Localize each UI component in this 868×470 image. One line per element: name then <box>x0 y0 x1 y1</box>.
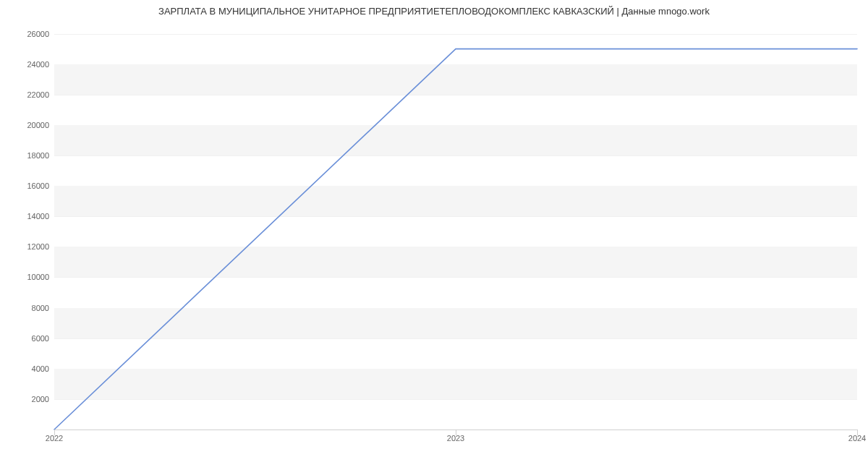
y-tick-label: 18000 <box>12 151 49 160</box>
y-tick-label: 26000 <box>12 30 49 38</box>
chart: ЗАРПЛАТА В МУНИЦИПАЛЬНОЕ УНИТАРНОЕ ПРЕДП… <box>0 0 868 470</box>
y-tick-label: 22000 <box>12 90 49 99</box>
y-tick-label: 12000 <box>12 242 49 251</box>
y-tick-label: 16000 <box>12 181 49 190</box>
x-tick-label: 2023 <box>447 434 464 443</box>
plot-area <box>54 26 857 430</box>
y-tick-label: 6000 <box>12 334 49 343</box>
x-tick-label: 2024 <box>848 434 866 443</box>
y-tick-label: 2000 <box>12 395 49 403</box>
y-tick-label: 8000 <box>12 304 49 312</box>
chart-title: ЗАРПЛАТА В МУНИЦИПАЛЬНОЕ УНИТАРНОЕ ПРЕДП… <box>0 6 868 17</box>
y-tick-label: 24000 <box>12 60 49 69</box>
y-tick-label: 4000 <box>12 364 49 373</box>
series-line <box>54 49 857 430</box>
y-tick-label: 10000 <box>12 273 49 281</box>
y-tick-label: 14000 <box>12 212 49 221</box>
y-tick-label: 20000 <box>12 121 49 129</box>
line-series <box>54 26 857 430</box>
x-tick-label: 2022 <box>46 434 63 443</box>
